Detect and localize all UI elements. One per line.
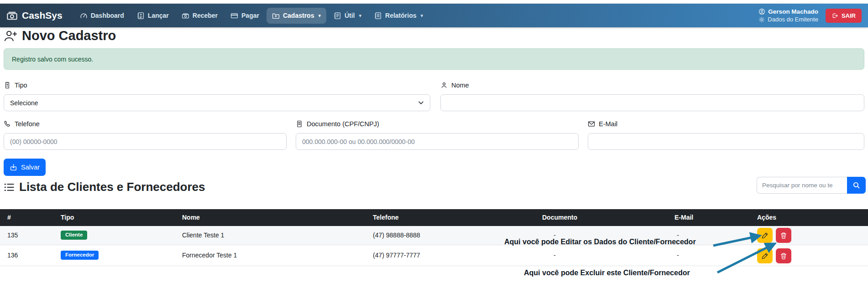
search-button[interactable] (847, 177, 866, 194)
table-row: 135 Cliente Cliente Teste 1 (47) 98888-8… (0, 226, 868, 245)
success-alert: Registro salvo com sucesso. (4, 48, 864, 70)
credit-card-icon (230, 12, 238, 20)
col-id: # (7, 209, 11, 226)
nav-relatorios[interactable]: Relatórios ▾ (369, 8, 429, 24)
status-badge: Fornecedor (61, 251, 99, 260)
journal-text-icon (334, 12, 341, 20)
pencil-icon (761, 252, 769, 260)
col-acoes: Ações (757, 209, 776, 226)
cell-documento: - (554, 252, 556, 259)
edit-button[interactable] (757, 228, 773, 243)
person-plus-icon (4, 29, 17, 43)
table-header: # Tipo Nome Telefone Documento E-Mail Aç… (0, 209, 868, 226)
table-row: 136 Fornecedor Fornecedor Teste 1 (47) 9… (0, 245, 868, 266)
file-text-icon (296, 120, 303, 128)
cell-email: - (677, 252, 679, 259)
nav-util[interactable]: Útil ▾ (328, 8, 367, 24)
delete-button[interactable] (776, 228, 791, 243)
cash-stack-icon (6, 10, 18, 21)
telefone-label: Telefone (4, 120, 40, 128)
list-title: Lista de Clientes e Fornecedores (4, 180, 205, 194)
email-input[interactable] (588, 133, 864, 150)
status-badge: Cliente (61, 231, 87, 240)
email-label: E-Mail (588, 120, 617, 128)
nome-label: Nome (440, 81, 469, 89)
nav-cadastros[interactable]: Cadastros ▾ (267, 8, 326, 24)
search-icon (852, 181, 860, 189)
nome-input[interactable] (440, 94, 864, 111)
brand[interactable]: CashSys (6, 10, 63, 21)
save-icon (10, 164, 17, 171)
cell-id: 136 (7, 252, 18, 259)
telefone-input[interactable] (4, 133, 287, 150)
col-tipo: Tipo (61, 209, 74, 226)
main-nav: Dashboard Lançar Receber (74, 8, 429, 24)
cell-telefone: (47) 98888-8888 (373, 231, 420, 239)
navbar: CashSys Dashboard Lançar (0, 4, 868, 27)
chevron-down-icon (418, 100, 424, 106)
cell-nome: Cliente Teste 1 (182, 231, 224, 239)
brand-name: CashSys (22, 10, 63, 21)
speedometer-icon (80, 12, 88, 20)
col-documento: Documento (542, 209, 577, 226)
journal-plus-icon (137, 12, 145, 20)
person-badge-icon (4, 82, 11, 89)
folder-plus-icon (272, 12, 280, 20)
delete-annotation: Aqui você pode Excluir este Cliente/Forn… (524, 269, 690, 277)
col-telefone: Telefone (373, 209, 399, 226)
emitente-link[interactable]: Dados do Emitente (758, 15, 818, 23)
gear-icon (758, 16, 765, 23)
person-icon (440, 82, 448, 89)
search-input[interactable] (757, 177, 847, 194)
pencil-icon (761, 232, 769, 239)
cell-nome: Fornecedor Teste 1 (182, 252, 237, 259)
person-circle-icon (758, 8, 765, 15)
cash-coin-icon (182, 12, 189, 20)
nav-dashboard[interactable]: Dashboard (74, 8, 130, 24)
chevron-down-icon: ▾ (318, 13, 321, 18)
save-button[interactable]: Salvar (4, 159, 46, 176)
telephone-icon (4, 120, 11, 128)
tipo-label: Tipo (4, 81, 27, 89)
col-nome: Nome (182, 209, 200, 226)
edit-annotation: Aqui você pode Editar os Dados do Client… (504, 238, 696, 246)
nav-pagar[interactable]: Pagar (225, 8, 265, 24)
chevron-down-icon: ▾ (421, 13, 424, 18)
page-title: Novo Cadastro (4, 28, 116, 43)
cell-telefone: (47) 97777-7777 (373, 252, 420, 259)
navbar-right: Gerson Machado Dados do Emitente (758, 8, 862, 23)
logout-button[interactable]: SAIR (826, 9, 862, 23)
delete-button[interactable] (776, 248, 791, 263)
envelope-icon (588, 120, 595, 128)
documento-label: Documento (CPF/CNPJ) (296, 120, 379, 128)
nav-lancar[interactable]: Lançar (131, 8, 174, 24)
journal-report-icon (374, 12, 382, 20)
col-email: E-Mail (675, 209, 693, 226)
box-arrow-right-icon (831, 12, 838, 19)
edit-button[interactable] (757, 248, 773, 263)
documento-input[interactable] (296, 133, 579, 150)
nav-receber[interactable]: Receber (176, 8, 223, 24)
user-menu[interactable]: Gerson Machado (758, 8, 818, 15)
trash-icon (780, 252, 787, 260)
chevron-down-icon: ▾ (359, 13, 362, 18)
app-window: CashSys Dashboard Lançar (0, 0, 868, 293)
list-ul-icon (4, 182, 15, 193)
trash-icon (780, 232, 787, 239)
tipo-select[interactable]: Selecione (4, 94, 430, 111)
cell-id: 135 (7, 231, 18, 239)
search-bar (757, 177, 866, 194)
